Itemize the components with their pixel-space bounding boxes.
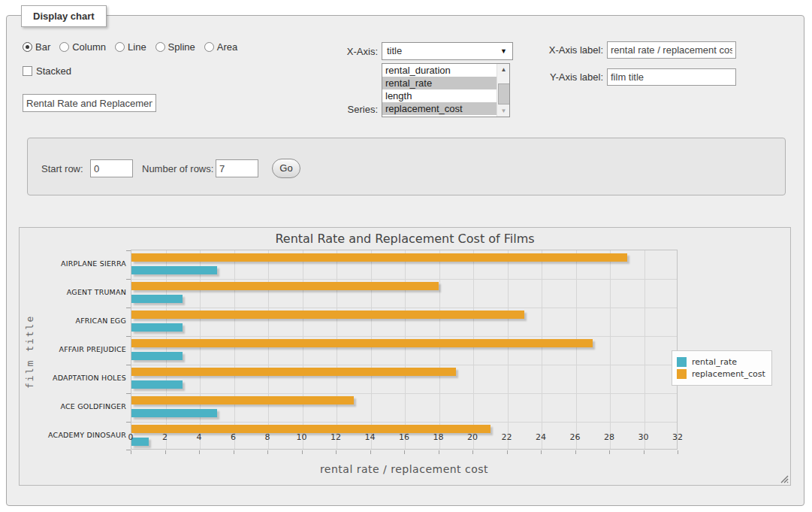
stacked-checkbox[interactable] <box>23 66 32 76</box>
radio-label: Column <box>72 41 106 53</box>
radio-button-icon[interactable] <box>204 42 214 52</box>
bar-rental_rate <box>131 323 183 332</box>
x-tick-label: 20 <box>457 432 488 442</box>
y-tick-mark <box>126 308 131 308</box>
bar-replacement_cost <box>131 253 627 262</box>
x-tick-mark <box>644 450 644 454</box>
chart-container: Rental Rate and Replacement Cost of Film… <box>19 227 791 486</box>
x-tick-mark <box>234 450 234 454</box>
x-tick-label: 2 <box>150 432 180 442</box>
gridline <box>542 250 542 449</box>
chevron-down-icon: ▼ <box>500 48 507 55</box>
y-category-label: ADAPTATION HOLES <box>36 374 126 382</box>
radio-column[interactable]: Column <box>59 41 106 53</box>
series-multiselect[interactable]: rental_durationrental_ratelengthreplacem… <box>382 63 510 117</box>
series-options: rental_durationrental_ratelengthreplacem… <box>382 64 509 115</box>
x-tick-label: 6 <box>219 432 249 442</box>
x-tick-mark <box>404 450 405 454</box>
stacked-checkbox-row[interactable]: Stacked <box>23 65 71 77</box>
x-tick-mark <box>131 450 131 454</box>
bar-rental_rate <box>131 352 183 360</box>
go-button[interactable]: Go <box>272 159 300 178</box>
scroll-down-icon[interactable]: ▼ <box>497 105 510 117</box>
legend-swatch-icon <box>677 369 687 379</box>
start-row-input[interactable] <box>90 159 133 177</box>
x-tick-label: 10 <box>287 432 317 442</box>
gridline <box>337 250 337 449</box>
radio-area[interactable]: Area <box>204 41 237 53</box>
x-tick-label: 14 <box>355 432 385 442</box>
chart-type-radios: BarColumnLineSplineArea <box>23 41 242 53</box>
x-axis-label-caption: X-Axis label: <box>539 44 603 56</box>
radio-button-icon[interactable] <box>115 42 125 52</box>
chart-legend: rental_ratereplacement_cost <box>672 350 772 386</box>
chart-title-input[interactable] <box>23 94 156 112</box>
series-list-label: Series: <box>319 104 378 115</box>
resize-grip[interactable] <box>780 475 789 483</box>
x-tick-mark <box>165 450 166 454</box>
gridline <box>268 250 269 449</box>
x-tick-label: 4 <box>184 432 214 442</box>
radio-button-icon[interactable] <box>155 42 165 52</box>
bar-rental_rate <box>131 409 217 417</box>
bar-replacement_cost <box>131 311 524 319</box>
radio-label: Bar <box>35 41 50 53</box>
x-tick-mark <box>472 450 473 454</box>
series-option-length[interactable]: length <box>382 89 497 102</box>
y-tick-mark <box>126 250 131 251</box>
x-tick-mark <box>678 450 678 454</box>
bar-replacement_cost <box>131 339 593 347</box>
series-option-rental_rate[interactable]: rental_rate <box>382 77 497 89</box>
x-tick-mark <box>541 450 542 454</box>
gridline <box>200 250 201 449</box>
gridline <box>644 250 645 449</box>
gridline <box>131 279 677 280</box>
gridline <box>131 393 677 394</box>
y-tick-mark <box>126 336 131 337</box>
radio-button-icon[interactable] <box>23 42 32 52</box>
gridline <box>371 250 372 449</box>
x-tick-mark <box>336 450 337 454</box>
radio-button-icon[interactable] <box>59 42 69 52</box>
gridline <box>166 250 167 449</box>
x-tick-label: 22 <box>492 432 522 442</box>
number-of-rows-label: Number of rows: <box>142 163 213 174</box>
series-scrollbar[interactable]: ▲ ▼ <box>497 64 509 117</box>
x-tick-label: 28 <box>594 432 624 442</box>
bar-replacement_cost <box>131 282 439 290</box>
radio-spline[interactable]: Spline <box>155 41 195 53</box>
x-tick-mark <box>267 450 268 454</box>
radio-bar[interactable]: Bar <box>23 41 50 53</box>
gridline <box>131 336 677 337</box>
scroll-up-icon[interactable]: ▲ <box>497 64 510 75</box>
number-of-rows-input[interactable] <box>216 159 258 177</box>
x-tick-mark <box>609 450 610 454</box>
panel-title: Display chart <box>21 5 107 27</box>
series-option-replacement_cost[interactable]: replacement_cost <box>382 102 497 115</box>
y-tick-mark <box>126 279 131 280</box>
x-axis-select[interactable]: title ▼ <box>382 42 513 60</box>
x-tick-label: 12 <box>321 432 351 442</box>
x-tick-label: 16 <box>389 432 419 442</box>
y-axis-label-caption: Y-Axis label: <box>539 71 603 83</box>
y-category-label: AFFAIR PREJUDICE <box>36 345 126 353</box>
y-category-label: AGENT TRUMAN <box>36 288 126 296</box>
x-tick-mark <box>199 450 200 454</box>
scrollbar-thumb[interactable] <box>498 83 510 105</box>
y-tick-mark <box>126 365 131 365</box>
x-axis-label-input[interactable] <box>607 41 736 59</box>
page: Display chart BarColumnLineSplineArea St… <box>0 0 812 512</box>
radio-label: Line <box>128 41 146 53</box>
gridline <box>439 250 440 449</box>
x-tick-mark <box>302 450 303 454</box>
radio-line[interactable]: Line <box>115 41 146 53</box>
series-option-rental_duration[interactable]: rental_duration <box>382 64 497 77</box>
x-tick-label: 24 <box>526 432 556 442</box>
y-axis-label-input[interactable] <box>607 68 736 86</box>
y-tick-mark <box>126 393 131 394</box>
x-tick-label: 32 <box>663 432 693 442</box>
gridline <box>234 250 235 449</box>
bar-rental_rate <box>131 266 217 274</box>
gridline <box>303 250 303 449</box>
row-controls-panel <box>27 138 786 195</box>
